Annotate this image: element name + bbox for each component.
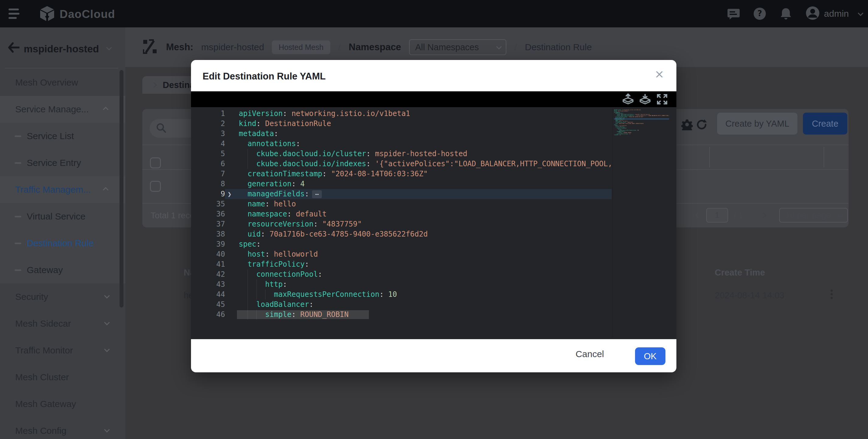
create-button[interactable]: Create bbox=[803, 113, 847, 135]
sidebar-item-mesh-overview[interactable]: Mesh Overview bbox=[0, 69, 125, 96]
chevron-down-icon bbox=[104, 293, 110, 298]
fold-chevron-icon[interactable]: ❯ bbox=[227, 189, 231, 199]
download-yaml-icon[interactable] bbox=[639, 93, 651, 105]
code-text: ckube.daocloud.io/indexes: '{"activePoli… bbox=[239, 159, 612, 169]
line-content: loadBalancer: bbox=[225, 299, 612, 310]
ok-button[interactable]: OK bbox=[635, 347, 665, 365]
dash-icon bbox=[14, 136, 21, 137]
line-number: 35 bbox=[191, 199, 225, 209]
code-text: annotations: bbox=[239, 139, 300, 149]
line-number: 41 bbox=[191, 259, 225, 269]
code-line-45[interactable]: 45 loadBalancer: bbox=[191, 299, 612, 310]
page-number-input[interactable]: 1 bbox=[706, 208, 728, 223]
refresh-icon[interactable] bbox=[696, 119, 708, 131]
code-text: ckube.daocloud.io/cluster: mspider-hoste… bbox=[239, 149, 467, 159]
previous-page-icon[interactable] bbox=[691, 209, 704, 221]
code-line-5[interactable]: 5 ckube.daocloud.io/cluster: mspider-hos… bbox=[191, 149, 612, 159]
notification-bell-icon[interactable] bbox=[779, 7, 792, 20]
sidebar-item-security[interactable]: Security bbox=[0, 284, 125, 310]
upload-yaml-icon[interactable] bbox=[622, 93, 634, 105]
namespace-select[interactable]: All Namespaces bbox=[409, 39, 506, 55]
code-line-37[interactable]: 37 resourceVersion: "4837759" bbox=[191, 219, 612, 229]
minimap-line: status: {} bbox=[614, 134, 669, 136]
code-text: http: bbox=[239, 280, 287, 290]
sidebar-item-label: Virtual Service bbox=[27, 211, 86, 222]
daocloud-logo[interactable]: DaoCloud bbox=[40, 6, 115, 23]
line-number: 37 bbox=[191, 219, 225, 229]
hamburger-menu-icon[interactable] bbox=[8, 8, 21, 20]
code-line-7[interactable]: 7 creationTimestamp: "2024-08-14T06:03:3… bbox=[191, 169, 612, 179]
code-line-43[interactable]: 43 http: bbox=[191, 280, 612, 290]
code-text: apiVersion: networking.istio.io/v1beta1 bbox=[239, 109, 410, 119]
column-divider-2 bbox=[824, 147, 824, 168]
modal-close-icon[interactable]: × bbox=[652, 67, 666, 81]
next-page-icon[interactable] bbox=[757, 209, 770, 221]
cancel-button[interactable]: Cancel bbox=[576, 349, 604, 359]
code-line-36[interactable]: 36 namespace: default bbox=[191, 209, 612, 219]
sidebar-item-mesh-cluster[interactable]: Mesh Cluster bbox=[0, 364, 125, 390]
sidebar-item-label: Security bbox=[15, 292, 48, 302]
sidebar-item-mesh-config[interactable]: Mesh Config bbox=[0, 417, 125, 439]
code-line-42[interactable]: 42 connectionPool: bbox=[191, 269, 612, 280]
sidebar-item-mesh-sidecar[interactable]: Mesh Sidecar bbox=[0, 310, 125, 337]
sidebar-item-service-list[interactable]: Service List bbox=[0, 123, 125, 149]
row-checkbox[interactable] bbox=[150, 181, 161, 192]
namespace-select-chevron-icon bbox=[496, 44, 501, 49]
code-line-6[interactable]: 6 ckube.daocloud.io/indexes: '{"activePo… bbox=[191, 159, 612, 169]
code-line-35[interactable]: 35 name: hello bbox=[191, 199, 612, 209]
line-content: host: helloworld bbox=[225, 249, 612, 259]
sidebar-item-service-manage[interactable]: Service Manage... bbox=[0, 96, 125, 123]
code-line-2[interactable]: 2kind: DestinationRule bbox=[191, 119, 612, 129]
code-line-9[interactable]: 9❯ managedFields:⋯ bbox=[191, 189, 612, 199]
code-line-1[interactable]: 1apiVersion: networking.istio.io/v1beta1 bbox=[191, 109, 612, 119]
username-label: admin bbox=[824, 8, 849, 19]
code-text: uid: 70a1716b-ce63-4785-9400-e385622f6d2… bbox=[239, 229, 428, 239]
create-by-yaml-button[interactable]: Create by YAML bbox=[717, 113, 798, 135]
back-arrow-icon[interactable] bbox=[7, 41, 20, 54]
code-area[interactable]: 1apiVersion: networking.istio.io/v1beta1… bbox=[191, 109, 612, 339]
line-number: 38 bbox=[191, 229, 225, 239]
sidebar-item-gateway[interactable]: Gateway bbox=[0, 257, 125, 284]
table-settings-gear-icon[interactable] bbox=[681, 119, 693, 131]
edit-yaml-modal: Edit Destination Rule YAML × 1apiVersion… bbox=[191, 60, 676, 372]
folded-content-ellipsis[interactable]: ⋯ bbox=[312, 190, 322, 198]
code-line-40[interactable]: 40 host: helloworld bbox=[191, 249, 612, 259]
line-content: resourceVersion: "4837759" bbox=[225, 219, 612, 229]
code-line-4[interactable]: 4 annotations: bbox=[191, 139, 612, 149]
sidebar-item-traffic-managem[interactable]: Traffic Managem... bbox=[0, 176, 125, 203]
sidebar-item-service-entry[interactable]: Service Entry bbox=[0, 149, 125, 176]
sidebar-item-destination-rule[interactable]: Destination Rule bbox=[0, 230, 125, 257]
line-content: maxRequestsPerConnection: 10 bbox=[225, 290, 612, 299]
code-line-44[interactable]: 44 maxRequestsPerConnection: 10 bbox=[191, 290, 612, 299]
code-line-41[interactable]: 41 trafficPolicy: bbox=[191, 259, 612, 269]
code-line-38[interactable]: 38 uid: 70a1716b-ce63-4785-9400-e385622f… bbox=[191, 229, 612, 239]
line-number: 40 bbox=[191, 249, 225, 259]
chat-icon[interactable] bbox=[727, 7, 740, 20]
breadcrumb-separator-2: / bbox=[514, 42, 517, 53]
fullscreen-icon[interactable] bbox=[656, 93, 668, 105]
chevron-up-icon bbox=[103, 107, 108, 112]
code-line-39[interactable]: 39spec: bbox=[191, 239, 612, 249]
help-icon[interactable]: ? bbox=[753, 7, 766, 20]
sidebar-item-virtual-service[interactable]: Virtual Service bbox=[0, 203, 125, 230]
mesh-selector[interactable]: mspider-hosted bbox=[24, 43, 99, 55]
line-content: spec: bbox=[225, 239, 612, 249]
code-line-8[interactable]: 8 generation: 4 bbox=[191, 179, 612, 189]
sidebar-item-mesh-gateway[interactable]: Mesh Gateway bbox=[0, 390, 125, 417]
code-line-3[interactable]: 3metadata: bbox=[191, 129, 612, 139]
code-line-46[interactable]: 46 simple: ROUND_ROBIN bbox=[191, 310, 612, 320]
user-menu[interactable]: admin bbox=[806, 6, 862, 21]
yaml-editor[interactable]: 1apiVersion: networking.istio.io/v1beta1… bbox=[191, 107, 676, 339]
per-page-select[interactable]: 10 per page bbox=[779, 208, 848, 223]
svg-text:?: ? bbox=[757, 9, 762, 18]
code-text: trafficPolicy: bbox=[239, 259, 309, 269]
line-content: http: bbox=[225, 280, 612, 290]
select-all-checkbox[interactable] bbox=[150, 157, 161, 168]
editor-minimap[interactable]: apiVersion: networking.istio.io/v1beta1k… bbox=[613, 109, 669, 338]
sidebar-item-label: Mesh Gateway bbox=[15, 399, 76, 409]
line-number: 6 bbox=[191, 159, 225, 169]
sidebar-item-traffic-monitor[interactable]: Traffic Monitor bbox=[0, 337, 125, 364]
row-actions-kebab-icon[interactable] bbox=[826, 288, 838, 301]
code-text: loadBalancer: bbox=[239, 299, 314, 310]
sidebar-scrollbar[interactable] bbox=[120, 70, 123, 308]
